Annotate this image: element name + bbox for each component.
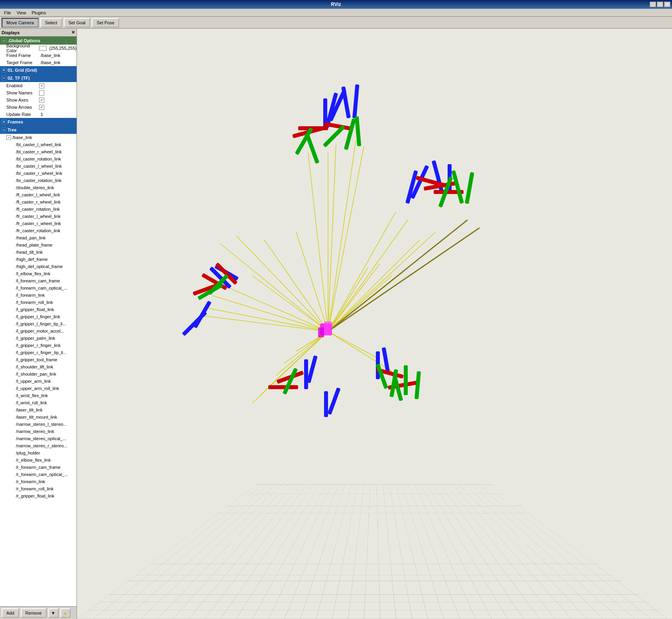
tree-child-item[interactable]: /narrow_stereo_l_stereo... <box>0 421 77 428</box>
tree-child-item[interactable]: /l_wrist_flex_link <box>0 392 77 399</box>
add-button[interactable]: Add <box>2 608 19 618</box>
global-options-expand[interactable]: − <box>2 38 6 43</box>
move-up-button[interactable]: ▲ <box>60 608 71 618</box>
base-link-expand[interactable]: − <box>6 135 11 140</box>
tree-child-item[interactable]: /fl_caster_l_wheel_link <box>0 191 77 198</box>
tree-child-item[interactable]: /r_elbow_flex_link <box>0 456 77 464</box>
svg-line-24 <box>328 331 380 359</box>
tree-child-item[interactable]: /l_gripper_palm_link <box>0 335 77 342</box>
tree-child-item[interactable]: /fl_caster_r_wheel_link <box>0 198 77 206</box>
svg-rect-50 <box>327 387 340 415</box>
menu-plugins[interactable]: Plugins <box>29 10 48 16</box>
grid-expand[interactable]: + <box>2 68 6 72</box>
svg-rect-61 <box>268 385 298 389</box>
tree-child-item[interactable]: /l_forearm_cam_optical_... <box>0 284 77 292</box>
svg-line-18 <box>328 220 408 331</box>
frames-item[interactable]: + Frames <box>0 118 77 126</box>
tree-child-item[interactable]: /high_def_frame <box>0 256 77 263</box>
tree-child-item[interactable]: /l_elbow_flex_link <box>0 270 77 277</box>
tree-child-item[interactable]: /l_gripper_r_finger_tip_li... <box>0 349 77 356</box>
tree-child-item[interactable]: /r_forearm_link <box>0 478 77 485</box>
displays-content[interactable]: − .Global Options Background Color {255,… <box>0 37 77 606</box>
grid-item[interactable]: + 01. Grid (Grid) <box>0 66 77 74</box>
viewport[interactable] <box>77 29 672 619</box>
tree-child-item[interactable]: /l_gripper_r_finger_link <box>0 342 77 349</box>
tree-child-item[interactable]: /narrow_stereo_r_stereo... <box>0 442 77 449</box>
tree-child-item[interactable]: /l_shoulder_pan_link <box>0 370 77 378</box>
tree-child-item[interactable]: /br_caster_r_wheel_link <box>0 170 77 177</box>
tree-child-item[interactable]: /l_gripper_motor_accel... <box>0 327 77 335</box>
svg-line-31 <box>252 331 328 403</box>
title-bar: RViz _ □ ✕ <box>0 0 672 9</box>
tree-child-item[interactable]: /l_gripper_float_link <box>0 306 77 313</box>
tree-child-item[interactable]: /br_caster_l_wheel_link <box>0 163 77 170</box>
window-controls[interactable]: _ □ ✕ <box>650 2 670 7</box>
tree-child-item[interactable]: /l_upper_arm_roll_link <box>0 385 77 392</box>
tree-item[interactable]: − Tree <box>0 126 77 134</box>
set-pose-button[interactable]: Set Pose <box>92 18 119 27</box>
enabled-checkbox[interactable]: ✓ <box>39 83 44 88</box>
svg-rect-45 <box>304 359 308 389</box>
tree-child-item[interactable]: /l_gripper_tool_frame <box>0 356 77 363</box>
tree-child-item[interactable]: /r_forearm_roll_link <box>0 485 77 492</box>
tree-child-item[interactable]: /fr_caster_rotation_link <box>0 227 77 234</box>
remove-button[interactable]: Remove <box>21 608 47 618</box>
tree-child-item[interactable]: /bl_caster_r_wheel_link <box>0 148 77 155</box>
frames-expand[interactable]: + <box>2 119 6 124</box>
bottom-buttons: Add Remove ▼ ▲ <box>0 606 77 619</box>
tree-child-item[interactable]: /narrow_stereo_optical_... <box>0 435 77 442</box>
base-link-item[interactable]: − /base_link <box>0 134 77 141</box>
move-down-button[interactable]: ▼ <box>48 608 59 618</box>
tree-child-item[interactable]: /r_gripper_float_link <box>0 492 77 500</box>
tree-child-item[interactable]: /high_def_optical_frame <box>0 263 77 270</box>
tree-child-item[interactable]: /l_gripper_l_finger_tip_li... <box>0 320 77 327</box>
svg-line-23 <box>220 244 328 331</box>
displays-close-icon[interactable]: ✕ <box>71 30 75 35</box>
maximize-button[interactable]: □ <box>657 2 663 7</box>
set-goal-button[interactable]: Set Goal <box>64 18 90 27</box>
tree-child-item[interactable]: /fr_caster_r_wheel_link <box>0 220 77 227</box>
tf-item[interactable]: − 02. TF (TF) <box>0 74 77 82</box>
tree-child-item[interactable]: /l_gripper_l_finger_link <box>0 313 77 320</box>
svg-line-7 <box>252 276 328 331</box>
menu-file[interactable]: File <box>2 10 14 16</box>
tree-child-item[interactable]: /l_upper_arm_link <box>0 378 77 385</box>
tree-child-item[interactable]: /fr_caster_l_wheel_link <box>0 213 77 220</box>
menu-view[interactable]: View <box>14 10 29 16</box>
tree-child-item[interactable]: /head_plate_frame <box>0 241 77 249</box>
base-link-label: /base_link <box>12 135 32 140</box>
tree-child-item[interactable]: /laser_tilt_mount_link <box>0 413 77 421</box>
bg-color-swatch[interactable] <box>39 46 47 51</box>
tree-child-item[interactable]: /fl_caster_rotation_link <box>0 206 77 213</box>
menu-bar: File View Plugins <box>0 9 672 17</box>
tree-child-item[interactable]: /l_forearm_cam_frame <box>0 277 77 284</box>
select-button[interactable]: Select <box>40 18 62 27</box>
svg-rect-65 <box>305 133 320 164</box>
svg-line-11 <box>200 315 328 331</box>
tf-expand[interactable]: − <box>2 76 6 80</box>
tree-child-item[interactable]: /l_shoulder_lift_link <box>0 363 77 370</box>
tree-child-item[interactable]: /r_forearm_cam_optical_... <box>0 471 77 478</box>
tree-child-item[interactable]: /r_forearm_cam_frame <box>0 464 77 471</box>
tree-child-item[interactable]: /narrow_stereo_link <box>0 428 77 435</box>
tree-child-item[interactable]: /l_wrist_roll_link <box>0 399 77 406</box>
magenta-cluster <box>318 321 332 337</box>
tree-child-item[interactable]: /l_forearm_link <box>0 292 77 299</box>
show-names-checkbox[interactable] <box>39 90 44 96</box>
close-button[interactable]: ✕ <box>664 2 670 7</box>
tree-child-item[interactable]: /br_caster_rotation_link <box>0 177 77 184</box>
tree-expand[interactable]: − <box>2 127 6 132</box>
show-arrows-checkbox[interactable]: ✓ <box>39 105 44 110</box>
tree-child-item[interactable]: /plug_holder <box>0 449 77 456</box>
move-camera-button[interactable]: Move Camera <box>2 18 39 27</box>
tree-child-item[interactable]: /head_pan_link <box>0 234 77 241</box>
tree-child-item[interactable]: /l_forearm_roll_link <box>0 299 77 306</box>
tree-child-item[interactable]: /head_tilt_link <box>0 249 77 256</box>
show-axes-checkbox[interactable]: ✓ <box>39 98 44 103</box>
minimize-button[interactable]: _ <box>650 2 656 7</box>
tree-child-item[interactable]: /bl_caster_rotation_link <box>0 155 77 163</box>
tree-child-item[interactable]: /bl_caster_l_wheel_link <box>0 141 77 148</box>
tree-child-item[interactable]: /laser_tilt_link <box>0 406 77 413</box>
tree-child-item[interactable]: /double_stereo_link <box>0 184 77 191</box>
enabled-row: Enabled ✓ <box>0 82 77 89</box>
